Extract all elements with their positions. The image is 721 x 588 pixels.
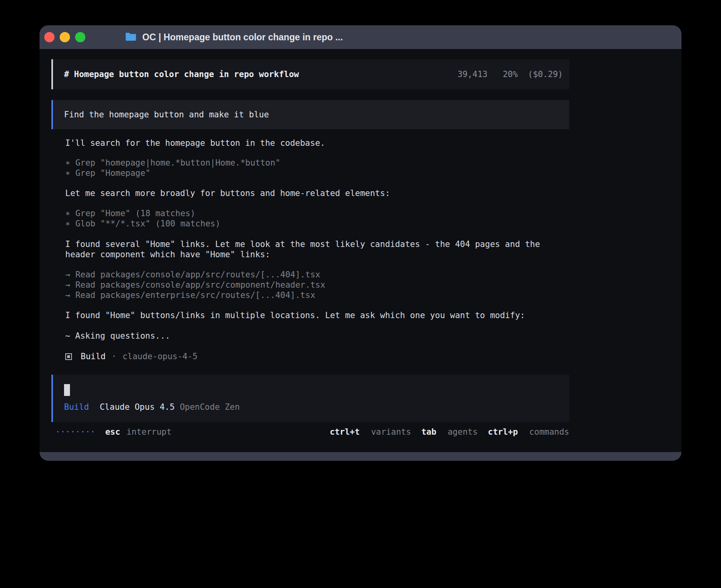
session-title: # Homepage button color change in repo w… <box>64 69 299 79</box>
tool-call-glob: ∗Glob "**/*.tsx" (100 matches) <box>65 219 569 229</box>
working-status-text: ~ Asking questions... <box>65 331 569 341</box>
tool-call-grep: ∗Grep "Home" (18 matches) <box>65 208 569 219</box>
provider-label: OpenCode Zen <box>180 402 240 412</box>
tool-call-grep: ∗Grep "Homepage" <box>65 168 569 178</box>
shortcut-commands: ctrl+p commands <box>488 427 569 437</box>
assistant-paragraph: Let me search more broadly for buttons a… <box>65 188 569 198</box>
tool-call-grep: ∗Grep "homepage|home.*button|Home.*butto… <box>65 158 569 168</box>
assistant-text-line: I found several "Home" links. Let me loo… <box>65 239 569 249</box>
session-stats: 39,413 20% ($0.29) <box>457 69 563 79</box>
tool-bullet-icon: ∗ <box>65 158 70 168</box>
tool-call-group: ∗Grep "homepage|home.*button|Home.*butto… <box>65 158 569 178</box>
agent-mode-label[interactable]: Build <box>64 402 89 412</box>
tool-call-group: ∗Grep "Home" (18 matches) ∗Glob "**/*.ts… <box>65 208 569 229</box>
session-header: # Homepage button color change in repo w… <box>51 59 569 89</box>
tool-call-text: Read packages/console/app/src/routes/[..… <box>75 270 321 279</box>
tool-call-text: Read packages/enterprise/src/routes/[...… <box>75 290 315 300</box>
arrow-icon: → <box>65 290 70 300</box>
status-bar-right: ctrl+t variants tab agents ctrl+p comman… <box>330 427 569 437</box>
close-window-button[interactable] <box>44 32 55 42</box>
session-content: # Homepage button color change in repo w… <box>51 59 569 437</box>
agent-model: claude-opus-4-5 <box>123 351 198 362</box>
tool-call-text: Grep "homepage|home.*button|Home.*button… <box>75 158 280 168</box>
tool-call-read: →Read packages/enterprise/src/routes/[..… <box>65 290 569 300</box>
context-percent: 20% <box>503 70 518 79</box>
commands-action-label: commands <box>529 427 569 437</box>
traffic-lights <box>44 32 85 42</box>
tool-call-read: →Read packages/console/app/src/component… <box>65 280 569 290</box>
window-title: OC | Homepage button color change in rep… <box>142 32 343 43</box>
user-message-text: Find the homepage button and make it blu… <box>64 110 269 119</box>
tool-call-text: Grep "Homepage" <box>75 168 151 178</box>
agent-name: Build <box>81 351 106 362</box>
arrow-icon: → <box>65 280 70 290</box>
model-label[interactable]: Claude Opus 4.5 <box>100 402 175 412</box>
working-indicator-dots: ········ <box>55 427 95 437</box>
token-count: 39,413 <box>457 70 487 79</box>
assistant-paragraph: I'll search for the homepage button in t… <box>65 138 569 148</box>
window-titlebar: OC | Homepage button color change in rep… <box>40 25 681 49</box>
prompt-input[interactable]: Build Claude Opus 4.5 OpenCode Zen <box>51 375 569 422</box>
tool-bullet-icon: ∗ <box>65 168 70 178</box>
tool-call-read: →Read packages/console/app/src/routes/[.… <box>65 270 569 280</box>
title-group: OC | Homepage button color change in rep… <box>125 32 343 43</box>
tool-bullet-icon: ∗ <box>65 209 70 218</box>
terminal-window: OC | Homepage button color change in rep… <box>40 25 681 461</box>
assistant-paragraph: I found several "Home" links. Let me loo… <box>65 239 569 260</box>
desktop: { "window": { "title": "OC | Homepage bu… <box>0 0 721 588</box>
interrupt-action-label: interrupt <box>126 427 172 437</box>
shortcut-agents: tab agents <box>421 427 478 437</box>
user-message: Find the homepage button and make it blu… <box>51 100 569 129</box>
text-cursor <box>64 384 70 396</box>
tool-call-text: Glob "**/*.tsx" (100 matches) <box>75 219 221 228</box>
assistant-text-line: header component which have "Home" links… <box>65 249 569 260</box>
variants-action-label: variants <box>371 427 411 437</box>
tab-key-hint: tab <box>421 427 436 437</box>
read-call-group: →Read packages/console/app/src/routes/[.… <box>65 270 569 300</box>
agent-icon <box>65 353 72 360</box>
zoom-window-button[interactable] <box>75 32 85 42</box>
assistant-paragraph: I found "Home" buttons/links in multiple… <box>65 310 569 320</box>
agent-status: Build · claude-opus-4-5 <box>65 351 569 362</box>
shortcut-variants: ctrl+t variants <box>330 427 411 437</box>
tool-call-text: Read packages/console/app/src/component/… <box>75 280 325 290</box>
terminal-content: # Homepage button color change in repo w… <box>40 49 681 452</box>
agents-action-label: agents <box>447 427 478 437</box>
minimize-window-button[interactable] <box>60 32 70 42</box>
session-cost: ($0.29) <box>528 70 563 79</box>
status-bar-left: ········ esc interrupt <box>55 427 172 437</box>
ctrl-t-key-hint: ctrl+t <box>330 427 360 437</box>
esc-key-hint: esc <box>105 427 120 437</box>
input-meta: Build Claude Opus 4.5 OpenCode Zen <box>64 402 558 412</box>
status-bar: ········ esc interrupt ctrl+t variants t… <box>51 427 569 437</box>
arrow-icon: → <box>65 270 70 279</box>
separator-dot: · <box>111 351 117 362</box>
tool-bullet-icon: ∗ <box>65 219 70 228</box>
ctrl-p-key-hint: ctrl+p <box>488 427 518 437</box>
folder-icon <box>125 32 137 43</box>
tool-call-text: Grep "Home" (18 matches) <box>75 209 195 218</box>
